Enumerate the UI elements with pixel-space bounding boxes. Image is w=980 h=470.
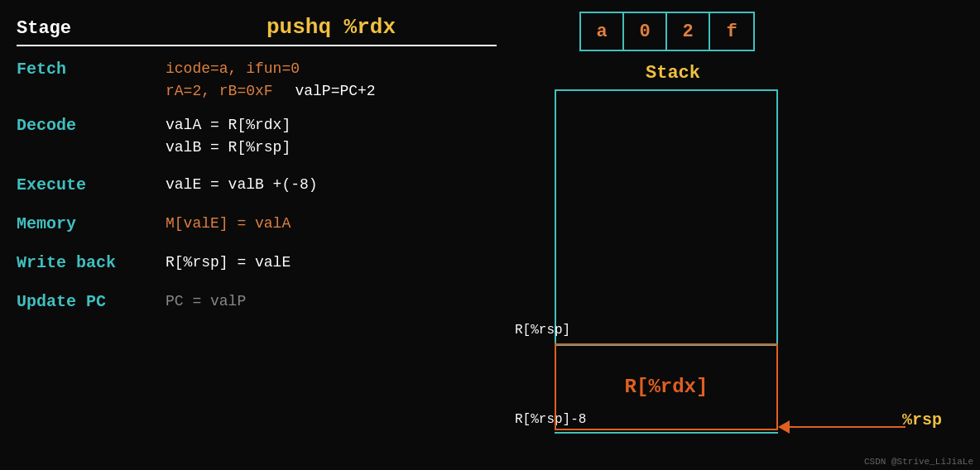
instruction-bytes: a 0 2 f	[579, 12, 755, 51]
execute-row: Execute valE = valB +(-8)	[17, 174, 497, 196]
memory-line1: M[valE] = valA	[166, 213, 497, 235]
memory-content: M[valE] = valA	[166, 213, 497, 235]
fetch-line1: icode=a, ifun=0	[166, 58, 497, 80]
writeback-row: Write back R[%rsp] = valE	[17, 252, 497, 274]
memory-stage-label: Memory	[17, 213, 166, 233]
decode-content: valA = R[%rdx] valB = R[%rsp]	[166, 114, 497, 159]
arrow-head-icon	[778, 420, 790, 434]
fetch-stage-label: Fetch	[17, 58, 166, 79]
stage-column-header: Stage	[17, 18, 166, 39]
updatepc-row: Update PC PC = valP	[17, 290, 497, 313]
decode-stage-label: Decode	[17, 114, 166, 135]
updatepc-stage-label: Update PC	[17, 290, 166, 311]
byte-a: a	[581, 13, 624, 50]
fetch-valp: valP=PC+2	[295, 83, 375, 99]
memory-row: Memory M[valE] = valA	[17, 213, 497, 235]
execute-line1: valE = valB +(-8)	[166, 174, 497, 196]
execute-stage-label: Execute	[17, 174, 166, 194]
decode-line2: valB = R[%rsp]	[166, 137, 497, 159]
updatepc-content: PC = valP	[166, 290, 497, 313]
arrow-line	[790, 426, 906, 428]
instruction-title: pushq %rdx	[166, 15, 497, 40]
rsp-label: R[%rsp]	[515, 323, 570, 338]
byte-2: 2	[667, 13, 710, 50]
decode-row: Decode valA = R[%rdx] valB = R[%rsp]	[17, 114, 497, 159]
right-panel: a 0 2 f Stack R[%rsp] R[%rsp]-8 R[%rdx] …	[513, 0, 980, 470]
fetch-content: icode=a, ifun=0 rA=2, rB=0xF valP=PC+2	[166, 58, 497, 103]
updatepc-line1: PC = valP	[166, 290, 497, 313]
main-container: Stage pushq %rdx Fetch icode=a, ifun=0 r…	[0, 0, 980, 470]
arrow-container	[778, 420, 906, 434]
push-box-label: R[%rdx]	[625, 376, 709, 398]
execute-content: valE = valB +(-8)	[166, 174, 497, 196]
stack-bottom-line	[555, 432, 778, 434]
stack-box	[555, 89, 778, 346]
push-box: R[%rdx]	[555, 343, 778, 430]
rsp-pointer-label: %rsp	[902, 410, 942, 429]
writeback-content: R[%rsp] = valE	[166, 252, 497, 274]
watermark: CSDN @Strive_LiJiaLe	[864, 457, 973, 467]
writeback-stage-label: Write back	[17, 252, 166, 272]
decode-line1: valA = R[%rdx]	[166, 114, 497, 137]
fetch-line2-main: rA=2, rB=0xF	[166, 83, 273, 99]
writeback-line1: R[%rsp] = valE	[166, 252, 497, 274]
left-panel: Stage pushq %rdx Fetch icode=a, ifun=0 r…	[0, 0, 513, 470]
fetch-row: Fetch icode=a, ifun=0 rA=2, rB=0xF valP=…	[17, 58, 497, 103]
fetch-line2: rA=2, rB=0xF valP=PC+2	[166, 80, 497, 103]
header-row: Stage pushq %rdx	[17, 15, 497, 46]
byte-0: 0	[624, 13, 667, 50]
stack-label: Stack	[646, 63, 700, 84]
byte-f: f	[710, 13, 753, 50]
